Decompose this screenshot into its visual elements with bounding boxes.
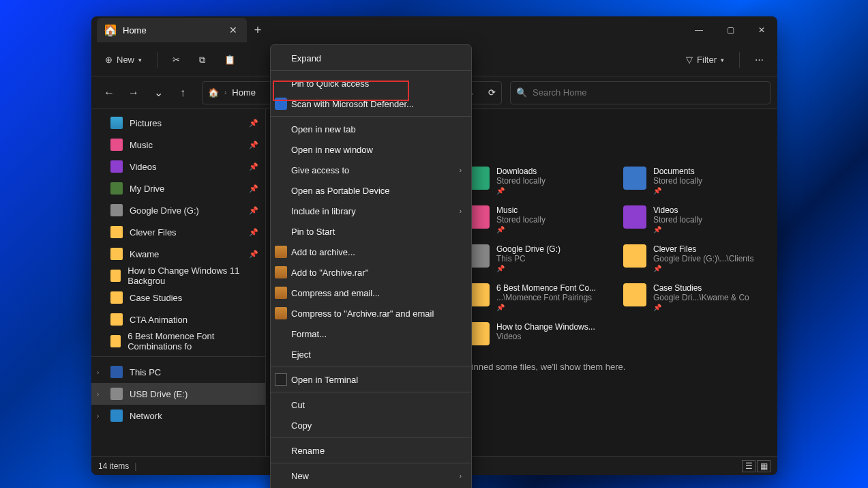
ctx-label: New — [291, 471, 309, 481]
ctx-open-in-new-window[interactable]: Open in new window — [271, 139, 471, 160]
sidebar-item-videos[interactable]: Videos📌 — [91, 156, 265, 177]
item-name: Downloads — [496, 167, 545, 176]
new-button[interactable]: ⊕ New ▾ — [98, 51, 149, 69]
filter-button[interactable]: ▽ Filter ▾ — [679, 51, 731, 69]
item-location: Videos — [496, 332, 595, 341]
quick-access-item[interactable]: 6 Best Momence Font Co......\Momence Fon… — [464, 281, 620, 314]
quick-access-item[interactable]: How to Change Windows...Videos — [464, 319, 620, 348]
ctx-rename[interactable]: Rename — [271, 440, 471, 461]
ctx-label: Pin to Quick access — [291, 78, 369, 89]
up-button[interactable]: ↑ — [172, 82, 194, 104]
quick-access-item[interactable]: Clever FilesGoogle Drive (G:)\...\Client… — [620, 242, 777, 275]
quick-access-item[interactable]: VideosStored locally📌 — [620, 203, 777, 236]
ctx-label: Add to archive... — [291, 247, 355, 257]
folder-icon — [623, 205, 646, 229]
sidebar-item-google-drive-g-[interactable]: Google Drive (G:)📌 — [91, 199, 265, 221]
ctx-label: Open as Portable Device — [291, 186, 390, 196]
sidebar-item-cta-animation[interactable]: CTA Animation — [91, 308, 265, 330]
copy-button[interactable]: ⧉ — [192, 51, 212, 70]
item-count: 14 items — [98, 461, 129, 471]
minimize-button[interactable]: — — [683, 16, 715, 44]
details-view-button[interactable]: ☰ — [742, 460, 755, 472]
pin-icon: 📌 — [249, 206, 258, 215]
folder-icon — [623, 244, 646, 268]
ctx-expand[interactable]: Expand — [271, 48, 471, 68]
ctx-label: Pin to Start — [291, 227, 335, 237]
item-location: Stored locally — [653, 176, 702, 186]
pin-icon: 📌 — [496, 265, 560, 272]
cut-button[interactable]: ✂ — [166, 51, 187, 69]
quick-access-item[interactable]: DocumentsStored locally📌 — [620, 164, 777, 197]
ctx-label: Rename — [291, 446, 325, 456]
ctx-include-in-library[interactable]: Include in library› — [271, 201, 471, 221]
item-name: Clever Files — [653, 244, 753, 254]
pin-icon: 📌 — [249, 119, 258, 128]
maximize-button[interactable]: ▢ — [715, 16, 746, 44]
pin-icon: 📌 — [249, 228, 258, 237]
tab-home[interactable]: 🏠 Home ✕ — [97, 18, 247, 42]
sidebar-item-my-drive[interactable]: My Drive📌 — [91, 177, 265, 199]
ctx-open-in-terminal[interactable]: Open in Terminal — [271, 369, 471, 390]
item-name: Documents — [653, 167, 702, 176]
ctx-label: Give access to — [291, 165, 349, 175]
sidebar-item-label: Clever Files — [130, 227, 177, 238]
folder-icon — [110, 226, 123, 238]
item-name: 6 Best Momence Font Co... — [496, 283, 596, 293]
ctx-label: Open in Terminal — [291, 375, 358, 385]
ctx-compress-to-archive-rar-and-email[interactable]: Compress to "Archive.rar" and email — [271, 303, 471, 324]
icons-view-button[interactable]: ▦ — [757, 460, 770, 472]
quick-access-item[interactable]: Google Drive (G:)This PC📌 — [464, 242, 620, 275]
sidebar-item-music[interactable]: Music📌 — [91, 134, 265, 156]
folder-icon — [110, 313, 123, 326]
quick-access-item[interactable]: Case StudiesGoogle Dri...\Kwame & Co📌 — [620, 281, 777, 314]
ctx-eject[interactable]: Eject — [271, 344, 471, 364]
ctx-add-to-archive-[interactable]: Add to archive... — [271, 242, 471, 262]
sidebar-item-label: Case Studies — [130, 293, 182, 303]
forward-button[interactable]: → — [123, 82, 145, 104]
search-box[interactable]: 🔍 — [510, 81, 770, 104]
sidebar-item-label: Network — [130, 411, 162, 421]
sidebar-item-how-to-change-windows-11-backgrou[interactable]: How to Change Windows 11 Backgrou — [91, 265, 265, 287]
new-tab-button[interactable]: + — [247, 23, 269, 38]
sidebar-item-kwame[interactable]: Kwame📌 — [91, 243, 265, 265]
sidebar-item-6-best-momence-font-combinations-fo[interactable]: 6 Best Momence Font Combinations fo — [91, 330, 265, 352]
titlebar: 🏠 Home ✕ + — ▢ ✕ — [91, 16, 777, 44]
sidebar-item-label: Videos — [130, 162, 157, 172]
recent-button[interactable]: ⌄ — [147, 82, 169, 104]
pin-icon: 📌 — [496, 187, 545, 195]
sidebar-item-case-studies[interactable]: Case Studies — [91, 287, 265, 308]
ctx-compress-and-email-[interactable]: Compress and email... — [271, 283, 471, 303]
quick-access-item[interactable]: DownloadsStored locally📌 — [464, 164, 620, 197]
sidebar-nav-usb-drive-e-[interactable]: ›USB Drive (E:) — [91, 383, 265, 405]
paste-button[interactable]: 📋 — [218, 51, 242, 69]
sidebar-item-clever-files[interactable]: Clever Files📌 — [91, 221, 265, 243]
ctx-scan-with-microsoft-defender-[interactable]: Scan with Microsoft Defender... — [271, 94, 471, 114]
ctx-open-as-portable-device[interactable]: Open as Portable Device — [271, 180, 471, 201]
ctx-pin-to-start[interactable]: Pin to Start — [271, 221, 471, 242]
ctx-label: Eject — [291, 349, 311, 360]
ctx-pin-to-quick-access[interactable]: Pin to Quick access — [271, 73, 471, 94]
ctx-give-access-to[interactable]: Give access to› — [271, 160, 471, 180]
quick-access-item[interactable]: MusicStored locally📌 — [464, 203, 620, 236]
more-button[interactable]: ⋯ — [748, 51, 770, 69]
close-button[interactable]: ✕ — [746, 16, 777, 44]
ctx-format-[interactable]: Format... — [271, 324, 471, 344]
sidebar-nav-this-pc[interactable]: ›This PC — [91, 361, 265, 383]
ctx-cut[interactable]: Cut — [271, 394, 471, 415]
filter-icon: ▽ — [686, 55, 693, 65]
item-location: This PC — [496, 254, 560, 263]
ctx-new[interactable]: New› — [271, 465, 471, 486]
sidebar-item-pictures[interactable]: Pictures📌 — [91, 112, 265, 134]
ctx-open-in-new-tab[interactable]: Open in new tab — [271, 119, 471, 139]
folder-icon — [110, 160, 123, 173]
close-tab-icon[interactable]: ✕ — [228, 25, 239, 35]
item-name: Case Studies — [653, 283, 749, 293]
sidebar-nav-network[interactable]: ›Network — [91, 405, 265, 427]
scissors-icon: ✂ — [173, 55, 180, 65]
back-button[interactable]: ← — [98, 82, 120, 104]
ctx-label: Compress to "Archive.rar" and email — [291, 308, 434, 319]
search-input[interactable] — [533, 87, 764, 98]
refresh-button[interactable]: ⟳ — [488, 87, 496, 98]
ctx-add-to-archive-rar-[interactable]: Add to "Archive.rar" — [271, 262, 471, 283]
ctx-copy[interactable]: Copy — [271, 415, 471, 435]
